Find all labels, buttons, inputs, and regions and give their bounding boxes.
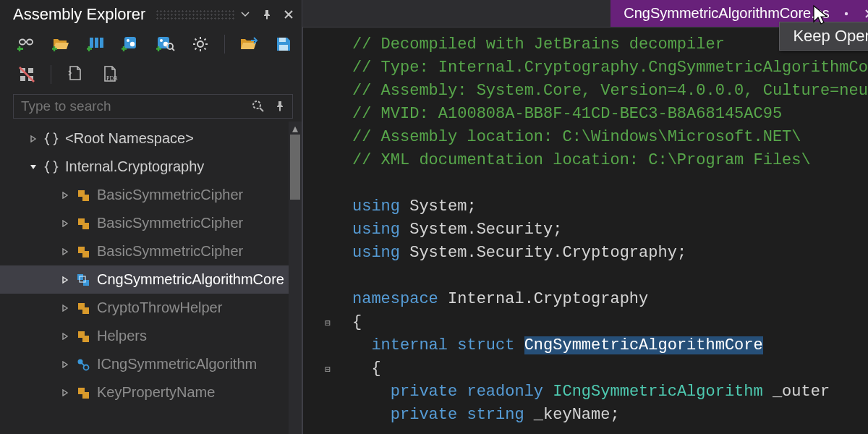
- tree-node-class[interactable]: BasicSymmetricCipher: [0, 237, 302, 265]
- collapse-icon[interactable]: [29, 163, 38, 171]
- tree-node-class[interactable]: CryptoThrowHelper: [0, 294, 302, 322]
- svg-point-13: [197, 41, 203, 47]
- editor-side: CngSymmetricAlgorithmCore.cs Keep Open ⊟…: [302, 0, 868, 434]
- interface-icon: [75, 357, 91, 373]
- svg-rect-27: [82, 251, 89, 258]
- code-comment: // XML documentation location: C:\Progra…: [352, 151, 811, 169]
- scroll-up-icon[interactable]: ▴: [289, 122, 302, 135]
- expand-icon[interactable]: [29, 135, 38, 143]
- assembly-tree[interactable]: <Root Namespace> Internal.Cryptography B…: [0, 122, 302, 407]
- tree-node-label: <Root Namespace>: [65, 130, 194, 147]
- expand-icon[interactable]: [61, 191, 69, 200]
- code-content[interactable]: // Decompiled with JetBrains decompiler …: [335, 27, 868, 434]
- show-pdb-icon[interactable]: [64, 64, 86, 85]
- panel-toolbar-1: [0, 29, 302, 59]
- search-pin-icon[interactable]: [271, 101, 289, 111]
- code-namespace-name: Internal.Cryptography: [448, 290, 648, 308]
- code-keyword: struct: [457, 336, 514, 354]
- tab-close-icon[interactable]: [863, 9, 868, 19]
- class-icon: [75, 216, 91, 231]
- code-comment: // Type: Internal.Cryptography.CngSymmet…: [352, 59, 868, 77]
- code-keyword: internal: [371, 336, 448, 354]
- tab-keep-open-icon[interactable]: [840, 9, 853, 19]
- expand-icon[interactable]: [61, 219, 69, 228]
- export-folder-icon[interactable]: [238, 33, 260, 55]
- code-keyword: private: [391, 383, 457, 401]
- tree-node-label: Internal.Cryptography: [65, 158, 204, 175]
- toolbar-separator: [224, 35, 225, 54]
- code-gutter: ⊟ ⊟: [303, 27, 335, 434]
- fold-icon[interactable]: ⊟: [303, 357, 335, 380]
- tree-node-class[interactable]: BasicSymmetricCipher: [0, 181, 302, 209]
- fold-icon[interactable]: ⊟: [303, 311, 335, 334]
- save-icon[interactable]: [273, 33, 294, 55]
- svg-rect-5: [100, 38, 103, 48]
- svg-rect-34: [82, 336, 89, 342]
- svg-rect-25: [82, 223, 89, 229]
- svg-rect-3: [90, 38, 93, 48]
- class-icon: [75, 300, 91, 316]
- braces-icon: [43, 131, 59, 147]
- expand-icon[interactable]: [61, 276, 69, 284]
- code-type: ICngSymmetricAlgorithm: [553, 383, 762, 401]
- tree-node-label: Helpers: [97, 328, 147, 344]
- scroll-thumb[interactable]: [290, 135, 300, 200]
- svg-point-1: [27, 40, 33, 45]
- tree-node-label: ICngSymmetricAlgorithm: [97, 356, 257, 373]
- code-editor[interactable]: ⊟ ⊟ // Decompiled with JetBrains decompi…: [302, 27, 868, 434]
- tree-node-internal-cryptography[interactable]: Internal.Cryptography: [0, 153, 302, 181]
- code-keyword: private: [391, 406, 457, 424]
- expand-icon[interactable]: [61, 388, 69, 397]
- tree-node-label: BasicSymmetricCipher: [97, 187, 243, 203]
- panel-grip[interactable]: [156, 9, 235, 20]
- tree-node-interface[interactable]: ICngSymmetricAlgorithm: [0, 350, 302, 378]
- struct-icon: [75, 272, 91, 288]
- open-file-icon[interactable]: [51, 33, 72, 55]
- open-nuget-icon[interactable]: [120, 33, 142, 55]
- panel-toolbar-2: PDB: [0, 59, 302, 90]
- tree-node-root-namespace[interactable]: <Root Namespace>: [0, 124, 302, 153]
- nuget-browse-icon[interactable]: [155, 33, 176, 55]
- svg-rect-29: [83, 280, 89, 286]
- clear-icon[interactable]: [16, 64, 38, 85]
- expand-icon[interactable]: [61, 247, 69, 256]
- open-gac-icon[interactable]: [85, 33, 107, 55]
- svg-rect-18: [20, 76, 25, 81]
- keep-open-tooltip: Keep Open: [779, 22, 868, 51]
- tree-node-class[interactable]: Helpers: [0, 322, 302, 350]
- tree-node-class[interactable]: KeyPropertyName: [0, 378, 302, 407]
- tree-scrollbar[interactable]: ▴: [289, 122, 302, 434]
- code-comment: // Assembly: System.Core, Version=4.0.0.…: [352, 82, 868, 100]
- search-input[interactable]: [14, 98, 246, 114]
- search-row: [13, 94, 293, 119]
- code-comment: // Decompiled with JetBrains decompiler: [352, 35, 725, 54]
- panel-titlebar: Assembly Explorer: [0, 0, 302, 29]
- svg-point-39: [845, 12, 848, 14]
- tree-node-class[interactable]: BasicSymmetricCipher: [0, 209, 302, 237]
- code-brace: {: [352, 359, 381, 378]
- tree-node-label: BasicSymmetricCipher: [97, 215, 243, 231]
- search-icon[interactable]: [246, 99, 271, 114]
- svg-rect-17: [28, 68, 33, 73]
- tree-node-label: CryptoThrowHelper: [97, 299, 222, 316]
- code-keyword: readonly: [467, 383, 543, 401]
- dropdown-icon[interactable]: [239, 9, 251, 20]
- pdb-mode-icon[interactable]: PDB: [99, 64, 121, 85]
- references-icon[interactable]: [16, 33, 38, 55]
- svg-rect-14: [279, 38, 286, 42]
- svg-text:PDB: PDB: [106, 75, 118, 82]
- settings-icon[interactable]: [190, 33, 211, 55]
- svg-point-0: [20, 40, 25, 45]
- expand-icon[interactable]: [61, 304, 69, 312]
- svg-point-8: [130, 42, 135, 46]
- tree-node-cngsymmetricalgorithmcore[interactable]: CngSymmetricAlgorithmCore: [0, 265, 302, 294]
- svg-rect-28: [77, 274, 83, 280]
- code-type-name: CngSymmetricAlgorithmCore: [524, 336, 763, 354]
- expand-icon[interactable]: [61, 360, 69, 369]
- code-comment: // Assembly location: C:\Windows\Microso…: [352, 128, 801, 146]
- expand-icon[interactable]: [61, 332, 69, 341]
- pin-icon[interactable]: [261, 9, 273, 20]
- close-icon[interactable]: [283, 9, 294, 20]
- svg-point-7: [127, 39, 129, 42]
- class-icon: [75, 328, 91, 344]
